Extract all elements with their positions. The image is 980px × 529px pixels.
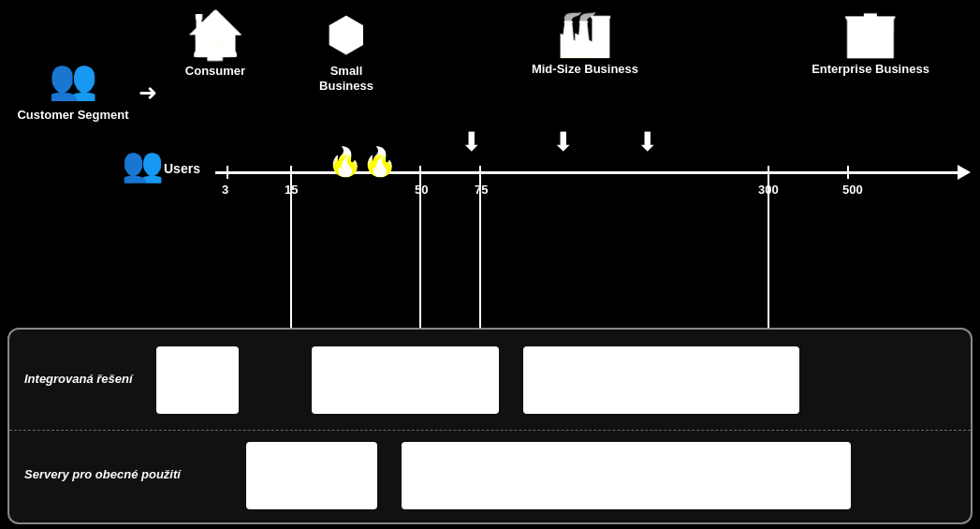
tick-label-75: 75	[475, 183, 488, 197]
integrated-row: Integrovaná řešení	[9, 330, 971, 431]
top-section: 👥 Customer Segment ➜ 🏠 Consumer ⬢ SmallB…	[0, 0, 980, 243]
servers-box-1	[246, 442, 377, 509]
consumer-label: Consumer	[164, 64, 267, 79]
timeline-arrow	[958, 165, 971, 180]
mid-size-label: Mid-Size Business	[510, 62, 660, 77]
vertical-line-50	[419, 171, 421, 345]
bottom-panel: Integrovaná řešení Servery pro obecné po…	[7, 328, 973, 524]
servers-box-2	[402, 442, 851, 509]
tick-label-50: 50	[415, 183, 428, 197]
tick-label-3: 3	[222, 183, 228, 197]
flame-decoration: 🔥🔥	[328, 145, 397, 178]
integrated-box-2	[312, 346, 499, 414]
customer-segment: 👥 Customer Segment	[7, 56, 139, 123]
vertical-line-15	[290, 171, 292, 345]
servers-content	[181, 440, 963, 510]
customer-segment-icon: 👥	[7, 56, 139, 102]
down-arrow-2: ⬇	[552, 126, 574, 157]
vertical-line-300	[768, 171, 769, 345]
tick-3	[227, 166, 228, 179]
integrated-label: Integrovaná řešení	[17, 372, 153, 388]
down-arrow-3: ⬇	[636, 126, 658, 157]
vertical-line-75	[479, 171, 481, 345]
servers-label: Servery pro obecné použití	[17, 467, 181, 483]
customer-segment-label: Customer Segment	[17, 108, 128, 122]
users-icon: 👥	[122, 145, 164, 184]
consumer-icon: 🏠 Consumer	[164, 7, 267, 79]
servers-row: Servery pro obecné použití	[9, 431, 971, 520]
main-container: 👥 Customer Segment ➜ 🏠 Consumer ⬢ SmallB…	[0, 0, 980, 529]
enterprise-business-icon: 🏢 Enterprise Business	[796, 7, 945, 77]
small-business-label: SmallBusiness	[300, 64, 393, 93]
enterprise-label: Enterprise Business	[796, 62, 945, 77]
segment-arrow: ➜	[139, 80, 157, 106]
users-group-icon: 👥	[122, 145, 164, 184]
users-label: Users	[164, 161, 200, 176]
integrated-box-3	[523, 346, 799, 414]
integrated-content	[153, 339, 963, 420]
tick-label-500: 500	[842, 183, 863, 197]
mid-size-business-icon: 🏭 Mid-Size Business	[510, 7, 660, 77]
down-arrow-1: ⬇	[461, 126, 482, 157]
small-business-icon: ⬢ SmallBusiness	[300, 7, 393, 93]
tick-500	[847, 166, 849, 179]
integrated-box-1	[156, 346, 239, 414]
